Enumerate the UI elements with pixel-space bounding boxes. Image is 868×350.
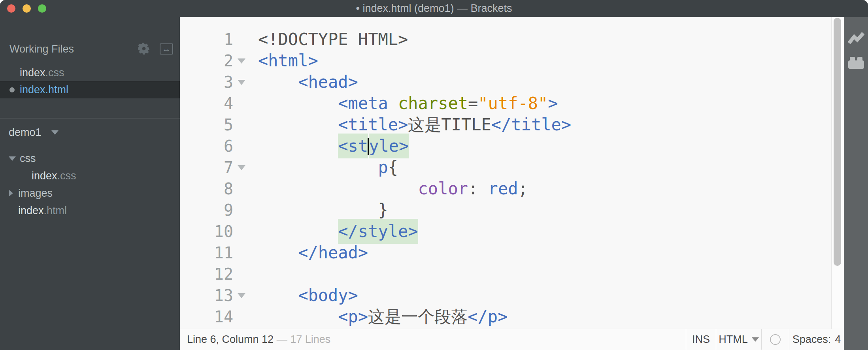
insert-mode-toggle[interactable]: INS — [686, 329, 716, 350]
right-toolbar — [844, 17, 868, 350]
code-line[interactable]: 2<html> — [180, 50, 832, 72]
live-preview-icon[interactable] — [848, 32, 864, 46]
fold-gutter — [233, 306, 250, 327]
line-number[interactable]: 4 — [180, 93, 233, 114]
code-text[interactable]: <html> — [250, 50, 318, 72]
line-number[interactable]: 6 — [180, 135, 233, 157]
code-text[interactable] — [250, 263, 258, 285]
fold-gutter — [233, 135, 250, 157]
line-number[interactable]: 10 — [180, 221, 233, 242]
code-text[interactable]: </style> — [250, 221, 418, 242]
fold-arrow-icon[interactable] — [233, 285, 250, 306]
code-line[interactable]: 14 <p>这是一个段落</p> — [180, 306, 832, 327]
split-view-icon[interactable]: ↔ — [160, 43, 173, 55]
traffic-lights — [7, 4, 46, 13]
line-number[interactable]: 9 — [180, 199, 233, 221]
working-file-index-html[interactable]: index.html — [0, 81, 180, 98]
code-line[interactable]: 3 <head> — [180, 72, 832, 93]
code-text[interactable]: <body> — [250, 285, 358, 306]
code-line[interactable]: 13 <body> — [180, 285, 832, 306]
code-text[interactable]: <title>这是TITLE</title> — [250, 114, 571, 135]
cursor-position: Line 6, Column 12 — [187, 333, 274, 345]
code-line[interactable]: 11 </head> — [180, 242, 832, 263]
file-name: index — [20, 67, 45, 79]
line-number[interactable]: 14 — [180, 306, 233, 327]
project-name: demo1 — [9, 126, 42, 138]
brackets-window: • index.html (demo1) — Brackets Working … — [0, 0, 868, 350]
folder-collapsed-icon[interactable] — [9, 190, 13, 197]
fold-arrow-icon[interactable] — [233, 72, 250, 93]
project-dropdown[interactable]: demo1 — [9, 124, 42, 140]
language-selector[interactable]: HTML — [716, 329, 761, 350]
code-line[interactable]: 5 <title>这是TITLE</title> — [180, 114, 832, 135]
code-line[interactable]: 1<!DOCTYPE HTML> — [180, 29, 832, 50]
line-number[interactable]: 1 — [180, 29, 233, 50]
code-line[interactable]: 7 p{ — [180, 157, 832, 178]
fold-gutter — [233, 263, 250, 285]
folder-expanded-icon[interactable] — [9, 156, 16, 161]
line-number[interactable]: 7 — [180, 157, 233, 178]
title-bar: • index.html (demo1) — Brackets — [0, 0, 868, 17]
window-title: • index.html (demo1) — Brackets — [79, 0, 789, 17]
fold-arrow-icon[interactable] — [233, 50, 250, 72]
line-number[interactable]: 8 — [180, 178, 233, 199]
tree-file-index-css[interactable]: index.css — [0, 167, 180, 184]
close-button[interactable] — [7, 4, 15, 13]
sidebar-divider — [0, 118, 180, 119]
code-line[interactable]: 9 } — [180, 199, 832, 221]
sidebar: Working Files ↔ index.css index.html dem… — [0, 17, 180, 350]
extension-manager-icon[interactable] — [848, 56, 864, 69]
code-text[interactable]: p{ — [250, 157, 398, 178]
code-line[interactable]: 10 </style> — [180, 221, 832, 242]
indent-settings[interactable]: Spaces: 4 — [789, 329, 844, 350]
file-extension: .html — [45, 84, 69, 96]
chevron-down-icon — [51, 130, 58, 135]
scrollbar-thumb[interactable] — [834, 18, 841, 266]
status-bar: Line 6, Column 12 — 17 Lines INS HTML Sp… — [180, 329, 844, 350]
line-number[interactable]: 12 — [180, 263, 233, 285]
line-number[interactable]: 2 — [180, 50, 233, 72]
code-line[interactable]: 4 <meta charset="utf-8"> — [180, 93, 832, 114]
code-line[interactable]: 12 — [180, 263, 832, 285]
fold-gutter — [233, 199, 250, 221]
code-text[interactable]: <meta charset="utf-8"> — [250, 93, 558, 114]
line-number[interactable]: 3 — [180, 72, 233, 93]
fold-arrow-icon[interactable] — [233, 157, 250, 178]
fold-gutter — [233, 114, 250, 135]
file-name: index — [20, 84, 45, 96]
tree-file-index-html[interactable]: index.html — [0, 202, 180, 219]
working-files-header: Working Files — [9, 41, 74, 57]
code-text[interactable]: <style> — [250, 135, 409, 157]
gear-icon[interactable] — [137, 42, 151, 55]
code-text[interactable]: } — [250, 199, 388, 221]
tree-folder-images[interactable]: images — [0, 184, 180, 202]
fold-gutter — [233, 93, 250, 114]
chevron-down-icon — [752, 337, 759, 342]
code-text[interactable]: <!DOCTYPE HTML> — [250, 29, 408, 50]
working-file-index-css[interactable]: index.css — [0, 64, 180, 81]
tree-folder-css[interactable]: css — [0, 150, 180, 167]
fold-gutter — [233, 242, 250, 263]
code-text[interactable]: <head> — [250, 72, 358, 93]
code-text[interactable]: <p>这是一个段落</p> — [250, 306, 508, 327]
minimize-button[interactable] — [23, 4, 31, 13]
text-cursor — [368, 138, 369, 155]
fold-gutter — [233, 178, 250, 199]
zoom-button[interactable] — [38, 4, 46, 13]
code-line[interactable]: 6 <style> — [180, 135, 832, 157]
notification-indicator[interactable] — [761, 329, 789, 350]
code-lines: 1<!DOCTYPE HTML>2<html>3 <head>4 <meta c… — [180, 29, 832, 327]
line-number[interactable]: 13 — [180, 285, 233, 306]
line-number[interactable]: 5 — [180, 114, 233, 135]
code-line[interactable]: 8 color: red; — [180, 178, 832, 199]
file-extension: .css — [45, 67, 64, 79]
code-text[interactable]: </head> — [250, 242, 368, 263]
line-count: — 17 Lines — [277, 333, 331, 345]
code-editor[interactable]: 1<!DOCTYPE HTML>2<html>3 <head>4 <meta c… — [180, 17, 832, 329]
vertical-scrollbar[interactable] — [831, 17, 844, 329]
line-number[interactable]: 11 — [180, 242, 233, 263]
unsaved-dot-icon — [9, 87, 15, 92]
cursor-position-status: Line 6, Column 12 — 17 Lines — [187, 329, 330, 350]
code-text[interactable]: color: red; — [250, 178, 528, 199]
fold-gutter — [233, 221, 250, 242]
